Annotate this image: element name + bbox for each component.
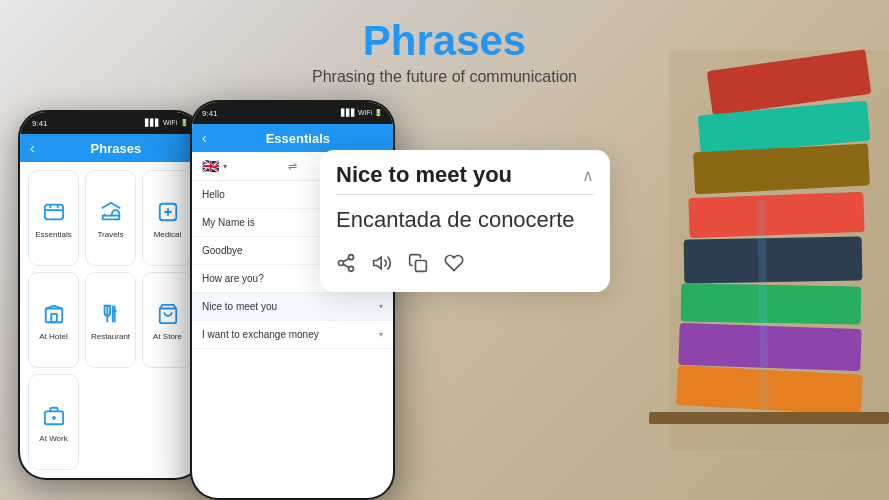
phrase-spanish-text: Encantada de conocerte (320, 195, 610, 247)
main-subtitle: Phrasing the future of communication (0, 68, 889, 86)
main-title: Phrases (0, 18, 889, 64)
at-work-label: At Work (39, 434, 67, 443)
travels-label: Travels (98, 230, 124, 239)
phone-left-status-icons: ▋▋▋ WiFi 🔋 (145, 119, 189, 127)
at-hotel-icon (40, 300, 68, 328)
at-work-icon (40, 402, 68, 430)
phone-right-app-header: ‹ Essentials (192, 124, 393, 152)
collapse-button[interactable]: ∧ (582, 166, 594, 185)
back-button-right[interactable]: ‹ (202, 130, 207, 146)
app-header: Phrases Phrasing the future of communica… (0, 18, 889, 86)
category-essentials[interactable]: Essentials (28, 170, 79, 266)
svg-line-25 (343, 258, 349, 261)
svg-line-24 (343, 264, 349, 267)
phone-left-screen: 9:41 ▋▋▋ WiFi 🔋 ‹ Phrases (20, 112, 201, 478)
phone-left-header-title: Phrases (41, 141, 191, 156)
phone-right-notch: 9:41 ▋▋▋ WiFi 🔋 (192, 102, 393, 124)
phrase-exchange-expand[interactable]: ▾ (379, 330, 383, 339)
phrase-item-nicetomeet[interactable]: Nice to meet you ▾ (192, 293, 393, 321)
phrase-exchange-text: I want to exchange money (202, 329, 319, 340)
travels-icon (97, 198, 125, 226)
copy-icon[interactable] (408, 253, 428, 278)
svg-marker-26 (374, 257, 382, 269)
at-store-label: At Store (153, 332, 182, 341)
svg-rect-13 (45, 308, 62, 322)
category-travels[interactable]: Travels (85, 170, 136, 266)
phrase-english-text: Nice to meet you (336, 162, 512, 188)
at-hotel-label: At Hotel (39, 332, 67, 341)
phrase-hello-text: Hello (202, 189, 225, 200)
phrase-item-exchange[interactable]: I want to exchange money ▾ (192, 321, 393, 349)
medical-label: Medical (154, 230, 182, 239)
svg-rect-27 (416, 261, 427, 272)
phrase-goodbye-text: Goodbye (202, 245, 243, 256)
share-icon[interactable] (336, 253, 356, 278)
expanded-phrase-card: Nice to meet you ∧ Encantada de conocert… (320, 150, 610, 292)
heart-icon[interactable] (444, 253, 464, 278)
svg-rect-14 (51, 314, 57, 322)
category-at-store[interactable]: At Store (142, 272, 193, 368)
phone-right-header-title: Essentials (213, 131, 383, 146)
uk-chevron[interactable]: ▾ (223, 162, 227, 171)
phones-container: 9:41 ▋▋▋ WiFi 🔋 ‹ Phrases (0, 100, 889, 500)
back-button-left[interactable]: ‹ (30, 140, 35, 156)
phrase-myname-text: My Name is (202, 217, 255, 228)
essentials-label: Essentials (35, 230, 71, 239)
categories-grid: Essentials Travels (20, 162, 201, 478)
flag-uk: 🇬🇧 (202, 158, 219, 174)
category-at-hotel[interactable]: At Hotel (28, 272, 79, 368)
speaker-icon[interactable] (372, 253, 392, 278)
category-at-work[interactable]: At Work (28, 374, 79, 470)
expanded-phrase-header: Nice to meet you ∧ (320, 150, 610, 194)
medical-icon (154, 198, 182, 226)
swap-icon[interactable]: ⇌ (288, 160, 297, 173)
phrase-nicetomeet-text: Nice to meet you (202, 301, 277, 312)
phone-left-time: 9:41 (32, 119, 48, 128)
svg-rect-11 (44, 204, 62, 219)
essentials-icon (40, 198, 68, 226)
phone-left: 9:41 ▋▋▋ WiFi 🔋 ‹ Phrases (18, 110, 203, 480)
phone-left-notch: 9:41 ▋▋▋ WiFi 🔋 (20, 112, 201, 134)
category-medical[interactable]: Medical (142, 170, 193, 266)
phone-right-status-icons: ▋▋▋ WiFi 🔋 (341, 109, 383, 117)
phone-right-time: 9:41 (202, 109, 218, 118)
restaurant-label: Restaurant (91, 332, 130, 341)
restaurant-icon (97, 300, 125, 328)
category-restaurant[interactable]: Restaurant (85, 272, 136, 368)
at-store-icon (154, 300, 182, 328)
phrase-action-bar (320, 247, 610, 292)
phrase-howareyou-text: How are you? (202, 273, 264, 284)
phone-left-app-header: ‹ Phrases (20, 134, 201, 162)
phrase-nicetomeet-expand[interactable]: ▾ (379, 302, 383, 311)
